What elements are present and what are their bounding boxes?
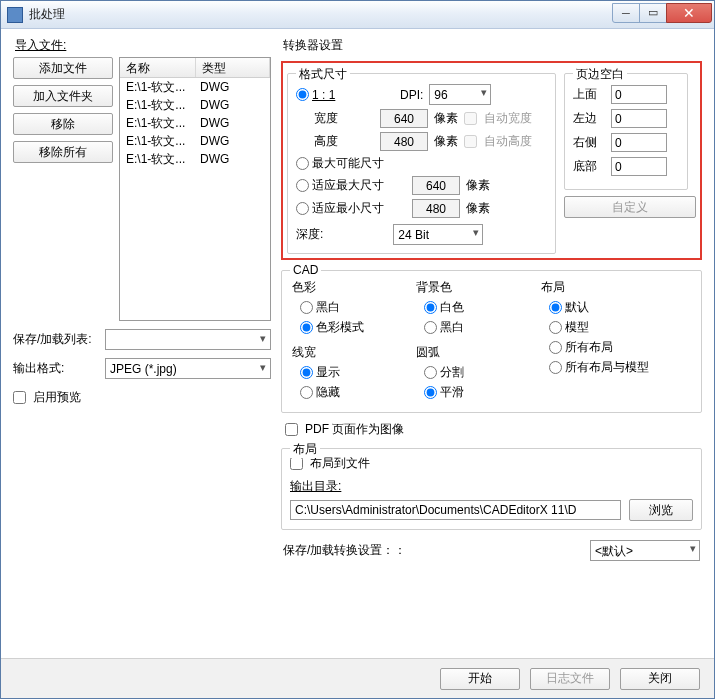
table-row[interactable]: E:\1-软文...DWG	[120, 132, 270, 150]
margin-right-input[interactable]	[611, 133, 667, 152]
dpi-select[interactable]: 96	[429, 84, 491, 105]
close-dialog-button[interactable]: 关闭	[620, 668, 700, 690]
output-format-combo[interactable]: JPEG (*.jpg)	[105, 358, 271, 379]
converter-title: 转换器设置	[283, 37, 702, 54]
format-size-group: 格式尺寸 1 : 1 DPI: 96 宽度 像素 自动宽度	[287, 73, 556, 254]
margin-bottom-input[interactable]	[611, 157, 667, 176]
pdf-as-image-checkbox[interactable]: PDF 页面作为图像	[285, 421, 702, 438]
margin-group: 页边空白 上面 左边 右侧 底部	[564, 73, 688, 190]
maximize-button[interactable]: ▭	[639, 3, 667, 23]
titlebar: 批处理 ─ ▭ ✕	[1, 1, 714, 29]
table-row[interactable]: E:\1-软文...DWG	[120, 96, 270, 114]
output-dir-input[interactable]	[290, 500, 621, 520]
width-label: 宽度	[296, 110, 374, 127]
ratio-1-1-radio[interactable]: 1 : 1	[296, 88, 374, 102]
col-name[interactable]: 名称	[120, 58, 196, 77]
margin-left-input[interactable]	[611, 109, 667, 128]
auto-height-checkbox: 自动高度	[464, 133, 532, 150]
col-type[interactable]: 类型	[196, 58, 270, 77]
dpi-label: DPI:	[400, 88, 423, 102]
fit-min-input[interactable]	[412, 199, 460, 218]
height-input[interactable]	[380, 132, 428, 151]
height-label: 高度	[296, 133, 374, 150]
layout-to-file-checkbox[interactable]: 布局到文件	[290, 455, 693, 472]
layout-all-radio[interactable]: 所有布局	[549, 339, 693, 356]
output-format-label: 输出格式:	[13, 360, 99, 377]
color-mode-radio[interactable]: 色彩模式	[300, 319, 408, 336]
save-conv-select[interactable]: <默认>	[590, 540, 700, 561]
import-label: 导入文件:	[15, 37, 271, 54]
bg-black-radio[interactable]: 黑白	[424, 319, 532, 336]
lw-hide-radio[interactable]: 隐藏	[300, 384, 408, 401]
margin-top-input[interactable]	[611, 85, 667, 104]
table-row[interactable]: E:\1-软文...DWG	[120, 114, 270, 132]
color-bw-radio[interactable]: 黑白	[300, 299, 408, 316]
window-title: 批处理	[29, 6, 613, 23]
arc-smooth-radio[interactable]: 平滑	[424, 384, 532, 401]
remove-button[interactable]: 移除	[13, 113, 113, 135]
fit-max-radio[interactable]: 适应最大尺寸	[296, 177, 406, 194]
enable-preview-checkbox[interactable]: 启用预览	[13, 389, 271, 406]
table-row[interactable]: E:\1-软文...DWG	[120, 78, 270, 96]
layout-model-radio[interactable]: 模型	[549, 319, 693, 336]
minimize-button[interactable]: ─	[612, 3, 640, 23]
depth-select[interactable]: 24 Bit	[393, 224, 483, 245]
table-row[interactable]: E:\1-软文...DWG	[120, 150, 270, 168]
save-list-label: 保存/加载列表:	[13, 331, 99, 348]
dialog-button-bar: 开始 日志文件 关闭	[1, 658, 714, 698]
width-input[interactable]	[380, 109, 428, 128]
lw-show-radio[interactable]: 显示	[300, 364, 408, 381]
max-size-radio[interactable]: 最大可能尺寸	[296, 155, 384, 172]
file-list[interactable]: 名称 类型 E:\1-软文...DWGE:\1-软文...DWGE:\1-软文.…	[119, 57, 271, 321]
cad-group: CAD 色彩 黑白 色彩模式 线宽 显示 隐藏 背景色 白色 黑白 圆弧	[281, 270, 702, 413]
layout-default-radio[interactable]: 默认	[549, 299, 693, 316]
outdir-label: 输出目录:	[290, 478, 693, 495]
log-file-button: 日志文件	[530, 668, 610, 690]
save-conv-label: 保存/加载转换设置：：	[283, 542, 406, 559]
save-list-combo[interactable]	[105, 329, 271, 350]
start-button[interactable]: 开始	[440, 668, 520, 690]
remove-all-button[interactable]: 移除所有	[13, 141, 113, 163]
arc-split-radio[interactable]: 分割	[424, 364, 532, 381]
layout-allm-radio[interactable]: 所有布局与模型	[549, 359, 693, 376]
fit-max-input[interactable]	[412, 176, 460, 195]
highlighted-area: 格式尺寸 1 : 1 DPI: 96 宽度 像素 自动宽度	[281, 61, 702, 260]
app-icon	[7, 7, 23, 23]
bg-white-radio[interactable]: 白色	[424, 299, 532, 316]
close-button[interactable]: ✕	[666, 3, 712, 23]
fit-min-radio[interactable]: 适应最小尺寸	[296, 200, 406, 217]
auto-width-checkbox: 自动宽度	[464, 110, 532, 127]
custom-button: 自定义	[564, 196, 696, 218]
add-file-button[interactable]: 添加文件	[13, 57, 113, 79]
add-folder-button[interactable]: 加入文件夹	[13, 85, 113, 107]
browse-button[interactable]: 浏览	[629, 499, 693, 521]
layout-group: 布局 布局到文件 输出目录: 浏览	[281, 448, 702, 530]
depth-label: 深度:	[296, 226, 323, 243]
